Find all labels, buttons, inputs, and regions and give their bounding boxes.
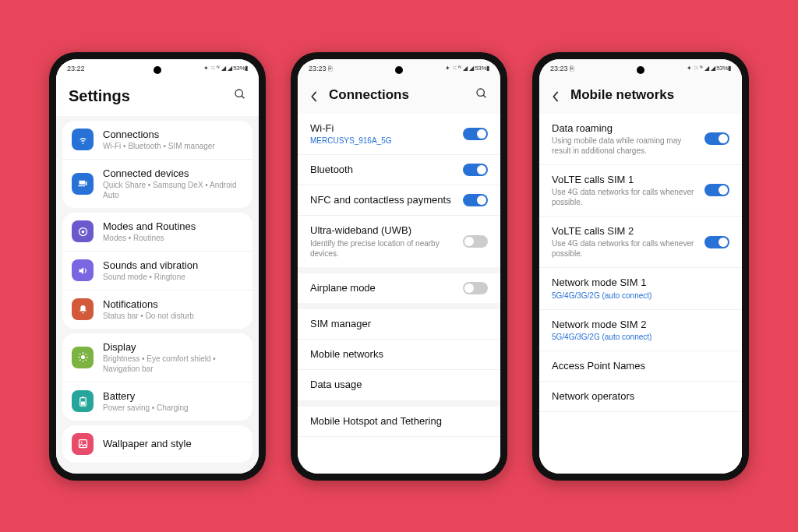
list-item[interactable]: Network mode SIM 25G/4G/3G/2G (auto conn… xyxy=(539,310,742,351)
list-item[interactable]: SIM manager xyxy=(298,309,500,340)
list-item[interactable]: Network operators xyxy=(539,382,742,412)
item-label: Connections xyxy=(103,129,243,140)
toggle-switch[interactable] xyxy=(463,128,488,140)
item-text: NFC and contactless payments xyxy=(310,194,454,206)
connections-list[interactable]: Wi-FiMERCUSYS_916A_5GBluetoothNFC and co… xyxy=(298,114,500,474)
toggle-switch[interactable] xyxy=(463,282,488,294)
item-label: Ultra-wideband (UWB) xyxy=(310,224,454,237)
notif-icon xyxy=(72,298,94,320)
settings-group: Wallpaper and style xyxy=(62,425,252,463)
item-label: Wallpaper and style xyxy=(103,438,243,449)
status-time: 23:23 ⎘ xyxy=(550,65,574,72)
search-icon[interactable] xyxy=(234,88,246,104)
search-icon[interactable] xyxy=(475,87,488,103)
item-label: Mobile Hotspot and Tethering xyxy=(310,415,488,428)
item-sublabel: Brightness • Eye comfort shield • Naviga… xyxy=(103,354,243,374)
item-label: Connected devices xyxy=(103,167,243,179)
settings-item[interactable]: Connected devicesQuick Share • Samsung D… xyxy=(62,160,252,208)
page-title: Mobile networks xyxy=(570,87,729,103)
item-text: Network mode SIM 25G/4G/3G/2G (auto conn… xyxy=(552,319,729,342)
section-gap xyxy=(298,303,500,309)
item-text: DisplayBrightness • Eye comfort shield •… xyxy=(103,341,243,374)
back-icon[interactable] xyxy=(310,91,318,99)
settings-item[interactable]: Modes and RoutinesModes • Routines xyxy=(62,213,252,252)
list-item[interactable]: Airplane mode xyxy=(298,273,500,303)
settings-item[interactable]: NotificationsStatus bar • Do not disturb xyxy=(62,291,252,329)
item-text: VoLTE calls SIM 1Use 4G data networks fo… xyxy=(552,174,695,207)
item-text: SIM manager xyxy=(310,318,488,330)
item-text: Data roamingUsing mobile data while roam… xyxy=(552,122,695,156)
list-item[interactable]: VoLTE calls SIM 1Use 4G data networks fo… xyxy=(539,165,742,217)
settings-list[interactable]: ConnectionsWi-Fi • Bluetooth • SIM manag… xyxy=(56,116,259,474)
wifi-icon xyxy=(72,129,94,150)
screen-connections: 23:23 ⎘ ✦ ⁙ ᴺ ◢ ◢ 53%▮ Connections Wi-Fi… xyxy=(298,59,500,474)
item-sublabel: Identify the precise location of nearby … xyxy=(310,238,454,259)
list-item[interactable]: Network mode SIM 15G/4G/3G/2G (auto conn… xyxy=(539,268,742,309)
item-label: Network mode SIM 1 xyxy=(552,277,729,289)
phone-settings: 23:22 ✦ ⁙ ᴺ ◢ ◢ 53%▮ Settings Connection… xyxy=(49,52,266,481)
toggle-switch[interactable] xyxy=(463,194,488,206)
settings-item[interactable]: DisplayBrightness • Eye comfort shield •… xyxy=(62,333,252,382)
item-text: Wi-FiMERCUSYS_916A_5G xyxy=(310,122,454,146)
item-label: Sounds and vibration xyxy=(103,259,243,271)
toggle-switch[interactable] xyxy=(704,132,729,145)
svg-rect-7 xyxy=(81,401,85,404)
item-text: Wallpaper and style xyxy=(103,438,243,449)
status-icons: ✦ ⁙ ᴺ ◢ ◢ 53%▮ xyxy=(687,65,731,72)
screen-settings: 23:22 ✦ ⁙ ᴺ ◢ ◢ 53%▮ Settings Connection… xyxy=(56,59,259,474)
item-text: Modes and RoutinesModes • Routines xyxy=(103,220,243,243)
item-label: Network mode SIM 2 xyxy=(552,319,729,331)
item-label: Modes and Routines xyxy=(103,220,243,232)
item-label: Display xyxy=(103,341,243,353)
list-item[interactable]: NFC and contactless payments xyxy=(298,185,500,216)
svg-line-11 xyxy=(483,95,486,97)
toggle-switch[interactable] xyxy=(463,164,488,176)
back-icon[interactable] xyxy=(552,91,560,99)
display-icon xyxy=(72,347,94,368)
item-label: Airplane mode xyxy=(310,282,454,294)
item-label: VoLTE calls SIM 1 xyxy=(552,174,695,186)
list-item[interactable]: Mobile Hotspot and Tethering xyxy=(298,407,500,437)
settings-item[interactable]: BatteryPower saving • Charging xyxy=(62,382,252,421)
item-sublabel: Sound mode • Ringtone xyxy=(103,272,243,282)
item-label: Access Point Names xyxy=(552,360,729,372)
svg-point-9 xyxy=(80,442,82,443)
battery-icon xyxy=(72,390,94,412)
list-item[interactable]: Bluetooth xyxy=(298,155,500,185)
list-item[interactable]: Access Point Names xyxy=(539,351,742,382)
list-item[interactable]: VoLTE calls SIM 2Use 4G data networks fo… xyxy=(539,217,742,268)
item-sublabel: Wi-Fi • Bluetooth • SIM manager xyxy=(103,141,243,151)
mobile-networks-list[interactable]: Data roamingUsing mobile data while roam… xyxy=(539,114,742,474)
routines-icon xyxy=(72,220,94,242)
settings-item[interactable]: Sounds and vibrationSound mode • Rington… xyxy=(62,252,252,291)
list-item[interactable]: Data usage xyxy=(298,370,500,400)
section-gap xyxy=(298,400,500,407)
svg-point-4 xyxy=(81,355,85,359)
item-sublabel: Quick Share • Samsung DeX • Android Auto xyxy=(103,180,243,200)
svg-point-10 xyxy=(477,89,484,96)
list-item[interactable]: Wi-FiMERCUSYS_916A_5G xyxy=(298,114,500,155)
item-sublabel: Use 4G data networks for calls whenever … xyxy=(552,238,695,259)
toggle-switch[interactable] xyxy=(463,235,488,248)
item-sublabel: MERCUSYS_916A_5G xyxy=(310,136,454,146)
header: Connections xyxy=(298,78,500,114)
item-label: SIM manager xyxy=(310,318,488,330)
toggle-switch[interactable] xyxy=(704,236,729,248)
svg-line-1 xyxy=(242,96,244,98)
settings-item[interactable]: Wallpaper and style xyxy=(62,425,252,463)
item-text: Network mode SIM 15G/4G/3G/2G (auto conn… xyxy=(552,277,729,300)
settings-group: ConnectionsWi-Fi • Bluetooth • SIM manag… xyxy=(62,121,252,208)
item-sublabel: Status bar • Do not disturb xyxy=(103,311,243,321)
item-label: Data roaming xyxy=(552,122,695,135)
status-icons: ✦ ⁙ ᴺ ◢ ◢ 53%▮ xyxy=(203,65,248,72)
header: Settings xyxy=(56,78,259,116)
item-text: Access Point Names xyxy=(552,360,729,372)
list-item[interactable]: Ultra-wideband (UWB)Identify the precise… xyxy=(298,216,500,266)
page-title: Settings xyxy=(69,87,223,105)
list-item[interactable]: Mobile networks xyxy=(298,340,500,370)
settings-item[interactable]: ConnectionsWi-Fi • Bluetooth • SIM manag… xyxy=(62,121,252,160)
item-text: Mobile Hotspot and Tethering xyxy=(310,415,488,428)
toggle-switch[interactable] xyxy=(704,184,729,196)
section-gap xyxy=(298,267,500,273)
list-item[interactable]: Data roamingUsing mobile data while roam… xyxy=(539,114,742,165)
